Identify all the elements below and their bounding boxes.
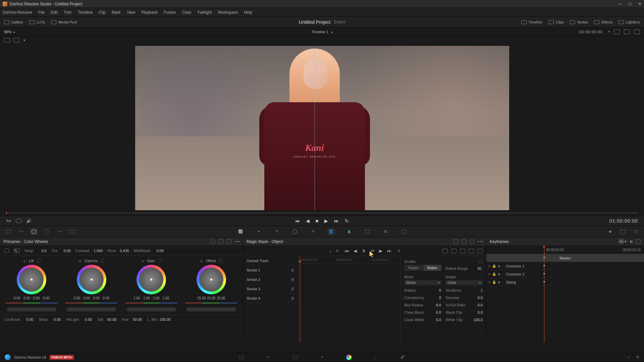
mm-track-fwd-icon[interactable]: ⏭ [387,248,391,253]
offset-wheel[interactable] [197,265,226,294]
quality-reset-icon[interactable] [479,259,483,263]
qualifier-icon[interactable]: ✎ [273,229,280,235]
unmix-icon[interactable] [16,219,22,223]
menu-file[interactable]: File [38,10,45,15]
main-timecode[interactable]: 01:00:00:00 [609,218,638,224]
mm-step-bwd-icon[interactable]: ◀ [354,248,357,253]
window-icon[interactable] [291,229,299,235]
viewer[interactable]: Kani 1989 EST. BROOKLYN, NYC [0,44,644,212]
3d-icon[interactable] [400,229,407,235]
gamma-reset-icon[interactable] [100,259,104,263]
gain-reset-icon[interactable] [158,259,162,263]
menu-timeline[interactable]: Timeline [77,10,93,15]
gain-jog[interactable] [127,307,176,311]
refine-value[interactable]: 30 [470,266,481,270]
color-wheels-icon[interactable] [30,229,38,235]
gamma-jog[interactable] [67,307,116,311]
gain-picker-icon[interactable]: ⊹ [141,259,145,262]
delete-1-icon[interactable]: 🗑 [291,268,295,273]
offset-jog[interactable] [186,307,236,311]
mm-step-fwd-icon[interactable]: ▶ [379,248,382,253]
sizing-icon[interactable]: ⊞ [382,229,389,235]
magic-mask-icon[interactable]: 👤 [327,229,335,235]
curves-palette-icon[interactable] [5,229,12,235]
project-manager-icon[interactable]: ⌂ [628,355,630,359]
mm-prev-key-icon[interactable]: ⊢ [336,248,340,253]
gamma-picker-icon[interactable]: ⊹ [78,259,82,262]
loop-button[interactable]: ↻ [345,218,349,224]
prev-frame-button[interactable]: ◀ [306,218,310,224]
last-frame-button[interactable]: ⏭ [334,218,339,224]
delete-2-icon[interactable]: 🗑 [291,277,295,282]
toolbar-mediapool[interactable]: Media Pool [51,20,77,24]
split-view-icon[interactable] [13,38,19,43]
expand-icon[interactable] [624,29,630,34]
keyframe-mode-icon[interactable]: ◆ [606,229,614,235]
kf-filter[interactable]: All ▾ [619,239,627,244]
menu-fairlight[interactable]: Fairlight [198,10,212,15]
key-icon[interactable] [364,229,371,235]
lift-jog[interactable] [7,307,56,311]
toolbar-gallery[interactable]: Gallery [4,20,23,24]
track-overall-track[interactable]: Overall Track [243,256,298,265]
mm-pause-icon[interactable]: ⏸ [362,248,366,253]
shape-select[interactable]: Circle▾ [445,280,483,285]
mute-icon[interactable]: 🔊 [26,219,31,223]
toolbar-lightbox[interactable]: Lightbox [619,20,640,24]
warper-icon[interactable]: ✦ [255,229,262,235]
mm-mode1-icon[interactable] [454,239,459,244]
home-icon[interactable] [5,354,11,360]
minimize-button[interactable]: — [618,2,622,6]
image-wipe-icon[interactable] [4,38,10,43]
bypass-icon[interactable] [614,29,620,34]
blur-icon[interactable]: 💧 [345,229,353,235]
kf-eye-icon[interactable] [630,240,633,243]
track-stroke-1[interactable]: Stroke 1🗑 [243,265,298,275]
menu-trim[interactable]: Trim [64,10,72,15]
qualifier-tool-icon[interactable]: ✎▾ [6,219,11,223]
highlight-icon[interactable]: ✦ [23,38,26,43]
mode-select[interactable]: Shrink▾ [404,280,441,285]
gain-wheel[interactable] [137,265,166,294]
offset-reset-icon[interactable] [218,259,222,263]
media-page-icon[interactable] [238,355,245,360]
project-settings-icon[interactable]: ⚙ [636,355,639,359]
deliver-page-icon[interactable]: 🚀 [399,355,406,360]
mm-track-bwd-icon[interactable]: ⏮ [344,248,349,253]
mm-mode2-icon[interactable] [462,239,467,244]
gamma-wheel[interactable] [77,265,106,294]
motion-effects-icon[interactable] [68,229,76,235]
toolbar-luts[interactable]: LUTs [29,20,45,24]
mm-invert-icon[interactable]: ↓ [329,248,332,253]
lift-picker-icon[interactable]: ⊹ [23,259,26,262]
toolbar-effects[interactable]: Effects [594,20,612,24]
auto-balance-icon[interactable] [4,248,9,253]
close-button[interactable]: ✕ [638,2,641,6]
menu-view[interactable]: View [127,10,136,15]
picker-icon[interactable]: ✎ [14,248,19,253]
menu-davinciresolve[interactable]: DaVinci Resolve [3,10,32,15]
primaries-menu-icon[interactable]: ••• [235,239,239,244]
color-page-icon[interactable] [345,355,352,360]
bars-mode-icon[interactable] [219,239,223,244]
mm-brush-icon[interactable] [451,249,457,253]
log-mode-icon[interactable] [227,239,231,244]
offset-picker-icon[interactable]: ⊹ [200,259,203,262]
options-icon[interactable] [634,29,640,34]
stop-button[interactable]: ■ [316,218,318,224]
menu-mark[interactable]: Mark [112,10,121,15]
toolbar-timeline[interactable]: Timeline [521,20,542,24]
scopes-icon[interactable] [619,229,627,235]
maximize-button[interactable]: ▢ [628,2,632,6]
mm-toggle-icon[interactable] [469,249,474,253]
play-button[interactable]: ▶ [324,218,328,224]
timecode-display[interactable]: 00:00:00:00 [579,30,602,34]
curves-icon[interactable]: 📈 [237,229,244,235]
track-stroke-3[interactable]: Stroke 3🗑 [243,284,298,294]
menu-fusion[interactable]: Fusion [164,10,176,15]
toolbar-nodes[interactable]: Nodes [570,20,588,24]
rgb-mixer-icon[interactable] [56,229,63,235]
cut-page-icon[interactable]: ✂ [265,355,272,360]
quality-faster[interactable]: Faster [404,265,423,271]
info-icon[interactable]: ⓘ [632,229,639,235]
